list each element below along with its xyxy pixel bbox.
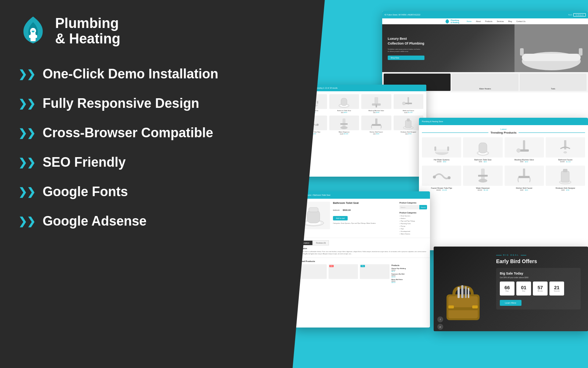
svg-rect-29: [372, 124, 381, 126]
description-section: Description Reviews (0) Description Duis…: [294, 238, 430, 258]
trending-section: Latest Trending Products Hot Water Syste…: [419, 125, 588, 197]
feature-label: SEO Friendly: [43, 155, 126, 170]
svg-rect-4: [32, 28, 35, 31]
hero-image: [514, 24, 588, 72]
product-price: $800 $500: [329, 112, 359, 113]
desc-title: Description: [297, 247, 427, 250]
detail-header: Home > Products > Bathroom Toilet Seat: [294, 191, 430, 199]
search-btn[interactable]: Search: [419, 205, 427, 209]
svg-rect-16: [341, 98, 347, 106]
svg-rect-58: [309, 208, 318, 212]
new-badge: New: [361, 265, 365, 267]
svg-point-48: [478, 179, 487, 183]
svg-rect-36: [447, 146, 449, 151]
feature-label: Fully Responsive Design: [43, 96, 199, 111]
product-img-2: [463, 137, 502, 158]
brand-logo-icon: [18, 15, 48, 48]
svg-rect-47: [481, 169, 485, 180]
svg-rect-62: [458, 287, 460, 298]
svg-point-22: [402, 102, 405, 105]
related-grid: Sale New Products Plastic Pipe Welding $…: [297, 264, 427, 283]
brand-name: Plumbing & Heating: [55, 16, 120, 47]
feature-item: ❯❯ Google Fonts: [18, 184, 268, 199]
product-image: [329, 94, 359, 109]
pinterest-icon[interactable]: p: [437, 324, 443, 330]
get-quote-btn[interactable]: Get A Quote: [573, 13, 586, 17]
address-text: 42 Yukon Street, WI 54956 +46(987)412222: [384, 14, 420, 16]
add-to-cart-button[interactable]: Add to cart: [333, 216, 348, 220]
svg-rect-50: [523, 169, 525, 177]
learn-more-button[interactable]: Learn More: [500, 300, 521, 306]
svg-rect-9: [579, 48, 582, 56]
screenshots-container: 42 Yukon Street, WI 54956 +46(987)412222…: [294, 11, 588, 364]
trending-title: Trending Products: [422, 131, 585, 134]
cat-item[interactable]: > Taps: [399, 228, 427, 230]
product-img-6: [463, 166, 502, 186]
left-panel: Plumbing & Heating ❯❯ One-Click Demo Ins…: [0, 0, 287, 368]
svg-rect-32: [407, 118, 410, 121]
nav-about[interactable]: About: [476, 20, 481, 22]
feature-item: ❯❯ SEO Friendly: [18, 155, 268, 170]
products-row-1: Hot Water Systems $1,000 $950 Bathroom T…: [422, 137, 585, 163]
feature-item: ❯❯ Google Adsense: [18, 213, 268, 229]
related-product: Sale: [329, 264, 358, 283]
feature-label: One-Click Demo Installation: [43, 66, 218, 82]
hero-subtitle: Vestibulum ante ipsum primis in faubus o…: [388, 48, 424, 53]
hero-cta-button[interactable]: Shop Now: [388, 56, 424, 60]
cat-item[interactable]: > Kitchen: [399, 217, 427, 219]
detail-main: Bathroom Toilet Seat $150.00 $500.00 Add…: [294, 199, 430, 238]
product-price: $400 $325: [361, 133, 391, 135]
old-price: $150.00: [333, 209, 340, 211]
product-detail-title: Bathroom Toilet Seat: [333, 202, 397, 204]
countdown-timer: 66 Days 01 Hour 57 Minutes 21: [500, 282, 577, 296]
product-card: Kitchen Sink Faucet $400 $325: [361, 116, 391, 135]
svg-rect-64: [465, 286, 467, 298]
product-categories: Categories: Drain Openers, Pipe and Pipe…: [333, 222, 397, 224]
offer-tag: Big Deal: [496, 254, 581, 256]
product-price: $1,000 $1,150: [394, 112, 424, 113]
offer-content: Big Deal Early Bird Offers Big Sale Toda…: [496, 254, 581, 309]
svg-point-23: [316, 124, 319, 126]
svg-rect-19: [376, 105, 377, 107]
svg-rect-8: [520, 48, 524, 56]
cat-tools[interactable]: Tools: [520, 74, 587, 91]
cat-item[interactable]: > Water Heaters: [399, 233, 427, 235]
cat-item[interactable]: > Plumbing Tools: [399, 223, 427, 224]
cat-item[interactable]: > Pumps: [399, 225, 427, 227]
chevron-icon: ❯❯: [18, 215, 35, 227]
nav-contact[interactable]: Contact Us: [516, 20, 526, 22]
svg-rect-66: [448, 305, 454, 308]
cat-water-heaters[interactable]: Water Heaters: [452, 74, 519, 91]
svg-rect-51: [519, 176, 530, 178]
svg-rect-21: [405, 103, 412, 104]
trending-card: Bathroom Faucet $1,000 $1,150: [546, 137, 585, 163]
facebook-icon[interactable]: f: [437, 316, 443, 322]
cat-item[interactable]: > Drain Openers: [399, 215, 427, 217]
cat-item[interactable]: > Pipe and Pipe Fittings: [399, 220, 427, 222]
nav-products[interactable]: Products: [485, 20, 492, 22]
trending-card: Water Dispenser $2,300 $2,100: [463, 166, 502, 191]
chevron-icon: ❯❯: [18, 156, 35, 169]
social-icons: f p: [437, 316, 443, 330]
trending-card: Washing Machine Valve $300 $250: [505, 137, 544, 163]
product-img-5: [422, 166, 461, 186]
product-image: [329, 116, 359, 130]
products-list-title: Products: [391, 264, 427, 266]
search-input-placeholder[interactable]: Search...: [399, 205, 419, 209]
svg-rect-39: [479, 143, 487, 153]
products-row-2: Faucet Shower Tube Pipe $1,000 $1,400 Wa…: [422, 166, 585, 191]
nav-blog[interactable]: Blog: [508, 20, 512, 22]
products-list-item: Brass Ball Valve $950.00 $600.00: [391, 279, 427, 283]
cat-item[interactable]: > Uncategorized: [399, 230, 427, 232]
chevron-icon: ❯❯: [18, 127, 35, 139]
description-text: Duis finibus diam a sollicitudin finibus…: [297, 251, 427, 255]
svg-rect-54: [563, 169, 567, 172]
nav-home[interactable]: Home: [467, 20, 472, 22]
svg-rect-1: [29, 35, 37, 38]
product-img-3: [505, 137, 544, 158]
feature-item: ❯❯ One-Click Demo Installation: [18, 66, 268, 82]
svg-rect-67: [472, 305, 478, 308]
nav-services[interactable]: Services: [497, 20, 504, 22]
trending-card: Kitchen Sink Faucet $400 $325: [505, 166, 544, 191]
tab-reviews[interactable]: Reviews (0): [313, 240, 329, 245]
